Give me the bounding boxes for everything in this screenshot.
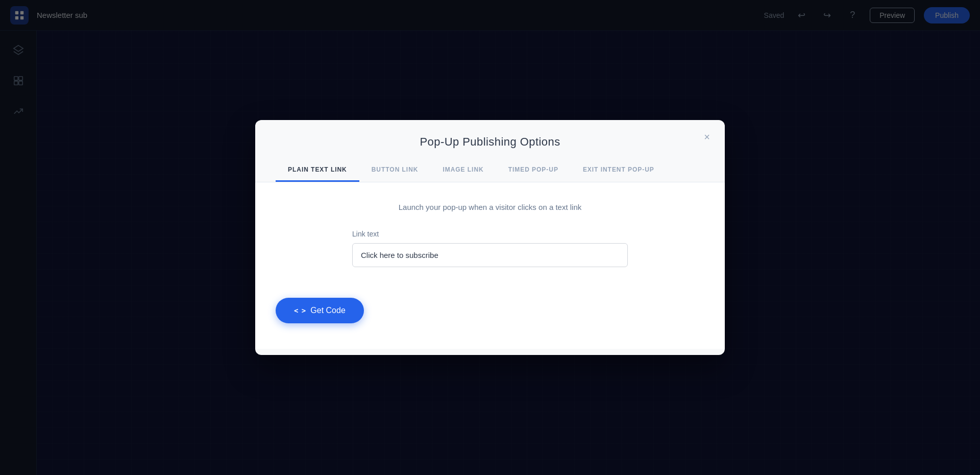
modal-title: Pop-Up Publishing Options — [276, 135, 704, 149]
tab-timed-popup[interactable]: TIMED POP-UP — [496, 159, 571, 182]
link-text-form-group: Link text — [352, 230, 628, 267]
link-text-label: Link text — [352, 230, 628, 238]
modal-dialog: Pop-Up Publishing Options × PLAIN TEXT L… — [255, 120, 725, 355]
tab-plain-text-link[interactable]: PLAIN TEXT LINK — [276, 159, 359, 182]
modal-body: Launch your pop-up when a visitor clicks… — [255, 182, 725, 349]
tabs-bar: PLAIN TEXT LINK BUTTON LINK IMAGE LINK T… — [255, 159, 725, 182]
tab-button-link[interactable]: BUTTON LINK — [359, 159, 431, 182]
link-text-input[interactable] — [352, 243, 628, 267]
tab-image-link[interactable]: IMAGE LINK — [430, 159, 496, 182]
modal-header: Pop-Up Publishing Options × — [255, 120, 725, 159]
get-code-button[interactable]: < > Get Code — [276, 298, 364, 323]
tab-exit-intent[interactable]: EXIT INTENT POP-UP — [571, 159, 667, 182]
get-code-label: Get Code — [310, 306, 345, 315]
code-brackets-icon: < > — [294, 306, 305, 315]
modal-overlay[interactable]: Pop-Up Publishing Options × PLAIN TEXT L… — [0, 0, 980, 475]
modal-description: Launch your pop-up when a visitor clicks… — [276, 203, 704, 211]
modal-close-button[interactable]: × — [699, 129, 715, 145]
